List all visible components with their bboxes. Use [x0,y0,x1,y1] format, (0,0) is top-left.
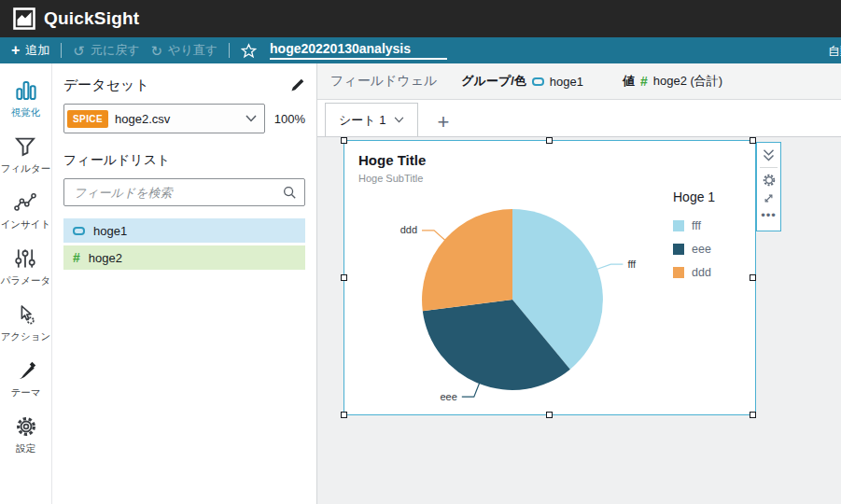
double-chevron-down-icon [761,148,777,162]
field-search-input[interactable] [72,185,276,201]
legend-swatch [673,244,684,255]
toolbar-divider [229,43,230,58]
dataset-heading: データセット [63,77,149,94]
measure-hash-icon: # [73,251,80,264]
legend-swatch [673,220,684,231]
maximize-visual-button[interactable] [762,189,776,207]
sidebar-item-actions[interactable]: アクション [1,303,51,343]
sheet-canvas[interactable]: Hoge Title Hoge SubTitle fffeeeddd Hoge … [317,137,841,504]
sidebar-item-insights[interactable]: インサイト [1,191,51,231]
field-wells-bar[interactable]: フィールドウェル グループ/色 hoge1 値 # hoge2 (合計) [317,63,841,100]
dimension-icon [532,77,544,86]
visual-menu: ••• [756,142,781,231]
left-nav-rail: 視覚化 フィルター インサイト [0,63,52,504]
top-header-bar: QuickSight [0,0,841,37]
pie-label-leader-line [422,231,445,241]
measure-hash-icon: # [640,75,648,88]
bar-chart-icon [15,79,37,102]
pie-chart-visual[interactable]: Hoge Title Hoge SubTitle fffeeeddd Hoge … [343,140,756,415]
sidebar-item-theme[interactable]: テーマ [11,359,41,399]
pie-slice-label: ddd [400,224,417,235]
content-area: 視覚化 フィルター インサイト [0,63,841,504]
resize-handle-e[interactable] [750,274,756,281]
value-well[interactable]: 値 # hoge2 (合計) [623,73,722,90]
menu-divider [760,167,778,168]
tab-sheet-1[interactable]: シート 1 [325,103,418,136]
chart-legend: Hoge 1 fffeeeddd [673,189,715,289]
sliders-icon [14,247,36,270]
sidebar-item-parameters[interactable]: パラメータ [1,247,50,287]
add-sheet-button[interactable]: + [433,112,453,133]
search-icon [282,185,297,200]
field-wells-heading: フィールドウェル [330,73,437,90]
resize-handle-nw[interactable] [341,137,347,144]
expand-arrows-icon [762,191,776,205]
legend-title: Hoge 1 [673,189,715,204]
undo-button[interactable]: ↺ 元に戻す [73,42,139,59]
pie-label-leader-line [596,264,623,269]
analysis-toolbar: + 追加 ↺ 元に戻す ↻ やり直す hoge20220130analysis … [0,37,841,63]
quicksight-logo-icon [13,7,35,30]
chevron-down-icon [394,117,404,123]
resize-handle-s[interactable] [546,412,553,418]
dataset-panel: データセット SPICE hoge2.csv 100% フィールドリスト [52,63,317,504]
action-pointer-gear-icon [14,303,36,326]
autosave-label[interactable]: 自動 [828,43,841,60]
sidebar-item-settings[interactable]: 設定 [15,415,37,455]
dataset-name: hoge2.csv [115,112,239,126]
resize-handle-ne[interactable] [750,137,756,144]
legend-item-eee[interactable]: eee [673,243,715,256]
pencil-icon [289,77,305,93]
redo-icon: ↻ [151,44,163,58]
resize-handle-sw[interactable] [341,412,347,418]
funnel-icon [14,135,36,158]
sidebar-item-visualize[interactable]: 視覚化 [11,79,41,119]
plus-icon: + [11,43,20,58]
pie-slice-label: fff [627,259,637,270]
sheet-area: フィールドウェル グループ/色 hoge1 値 # hoge2 (合計) シート… [317,63,841,504]
field-list: hoge1 # hoge2 [63,218,305,270]
favorite-star-button[interactable] [241,43,257,59]
field-search [63,178,305,206]
gear-icon [762,173,777,188]
star-icon [241,43,257,59]
pie-label-leader-line [462,383,480,397]
legend-item-ddd[interactable]: ddd [673,266,715,279]
legend-label: fff [692,219,701,232]
legend-label: eee [692,243,711,256]
toolbar-divider [61,43,62,58]
quicksight-logo: QuickSight [13,7,139,30]
field-row-hoge1[interactable]: hoge1 [63,218,305,243]
edit-dataset-button[interactable] [289,77,305,93]
analysis-title[interactable]: hoge20220130analysis [270,41,447,60]
pie-slice-label: eee [440,391,456,402]
pie-slice-ddd[interactable] [422,209,512,311]
quicksight-app: QuickSight + 追加 ↺ 元に戻す ↻ やり直す hoge202201… [0,0,841,504]
redo-button[interactable]: ↻ やり直す [151,42,218,59]
group-color-well[interactable]: グループ/色 hoge1 [461,73,583,90]
chevron-down-icon [245,115,257,122]
sidebar-item-filter[interactable]: フィルター [1,135,50,175]
legend-label: ddd [692,266,711,279]
product-name: QuickSight [44,8,139,29]
visual-more-options-button[interactable]: ••• [761,207,777,223]
legend-swatch [673,267,684,278]
field-list-heading: フィールドリスト [63,152,305,169]
dimension-icon [73,227,85,235]
spice-usage: 100% [274,112,305,126]
gear-icon [15,415,37,438]
resize-handle-se[interactable] [750,412,756,418]
resize-handle-w[interactable] [341,274,347,281]
visual-settings-button[interactable] [762,171,777,189]
undo-icon: ↺ [73,44,85,58]
paint-brush-icon [15,359,37,382]
dataset-select[interactable]: SPICE hoge2.csv [63,104,265,133]
sheet-tab-bar: シート 1 + [317,100,841,137]
collapse-visual-button[interactable] [761,147,777,164]
add-button[interactable]: + 追加 [11,42,49,59]
legend-item-fff[interactable]: fff [673,219,715,232]
spice-badge: SPICE [67,110,108,128]
resize-handle-n[interactable] [546,137,553,144]
insight-line-icon [14,191,36,214]
field-row-hoge2[interactable]: # hoge2 [63,245,305,270]
